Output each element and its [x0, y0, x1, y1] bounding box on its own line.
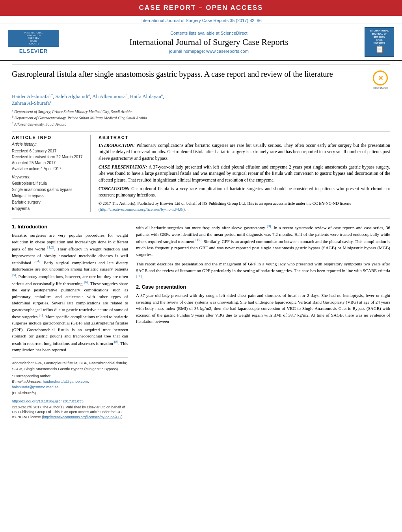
ref-8: [8] — [114, 340, 119, 344]
author-1: Haider Al-shurafa — [12, 93, 49, 99]
ref-6: [6] — [84, 280, 88, 284]
keyword-4: Bariatric surgery — [12, 199, 85, 206]
history-label: Article history: — [12, 142, 85, 146]
journal-reference: International Journal of Surgery Case Re… — [0, 16, 402, 24]
email-1[interactable]: haidershurafa@yahoo.com — [43, 379, 88, 384]
author-4-sup: a — [161, 93, 163, 97]
article-title: Gastropleural fistula after single anast… — [12, 69, 370, 79]
corr-star: * — [12, 374, 13, 378]
author-3: Ali Albenmousa — [92, 93, 126, 99]
journal-logo-right: INTERNATIONALJOURNAL OFSURGERYCASEREPORT… — [359, 27, 394, 57]
corresponding-line: * Corresponding author. — [12, 373, 128, 379]
keywords-label: Keywords: — [12, 175, 85, 179]
section2-number: 2. — [136, 284, 141, 290]
author-2-sup: a — [88, 93, 90, 97]
section1-heading: Introduction — [17, 224, 47, 230]
article-body: Gastropleural fistula after single anast… — [0, 61, 402, 428]
section2-heading: Case presentation — [141, 284, 186, 290]
abstract-heading: ABSTRACT — [99, 135, 390, 140]
abstract-text: INTRODUCTION: Pulmonary complications af… — [99, 142, 390, 198]
section2-title: 2. Case presentation — [136, 284, 390, 290]
main-right-column: with all bariatric surgeries but more fr… — [136, 224, 390, 419]
journal-header: INTERNATIONALJOURNAL OFSURGERYCASEREPORT… — [0, 24, 402, 61]
abstract-column: ABSTRACT INTRODUCTION: Pulmonary complic… — [99, 135, 390, 213]
abbreviation-line: Abbreviation: GPF, Gastropleural fistula… — [12, 360, 128, 372]
author-1-sup: a,* — [49, 93, 53, 97]
keyword-5: Empyema — [12, 206, 85, 212]
abstract-case: CASE PRESENTATION: A 37-year-old lady pr… — [99, 164, 390, 184]
section1-para1: Bariatric surgeries are very popular pro… — [12, 232, 128, 353]
keyword-1: Gastropleural fistula — [12, 180, 85, 187]
affil-b: b Department of Gastroenterology, Prince… — [12, 115, 390, 121]
elsevier-logo: INTERNATIONALJOURNAL OFSURGERYCASEREPORT… — [8, 30, 59, 54]
ref-11: [11] — [136, 274, 142, 278]
contents-prefix: Contents lists available at — [170, 31, 221, 35]
intro-body: Pulmonary complications after bariatric … — [99, 143, 390, 161]
keyword-2: Single anastomosis gastric bypass — [12, 187, 85, 193]
footer-copy-link[interactable]: http://creativecommons.org/licenses/by-n… — [43, 415, 121, 419]
keyword-3: Minigastric bypass — [12, 193, 85, 199]
journal-right-icon: INTERNATIONALJOURNAL OFSURGERYCASEREPORT… — [365, 27, 394, 57]
doi-link[interactable]: http://dx.doi.org/10.1016/j.ijscr.2017.0… — [12, 399, 128, 403]
ref-1-2: [1,2] — [47, 245, 54, 249]
section1-number: 1. — [12, 224, 17, 230]
homepage-line: journal homepage: www.casereports.com — [59, 49, 359, 54]
main-left-column: 1. Introduction Bariatric surgeries are … — [12, 224, 128, 419]
email-owner: (H. Al-shurafa). — [12, 390, 128, 396]
author-3-sup: b — [126, 93, 128, 97]
info-abstract-section: ARTICLE INFO Article history: Received 6… — [12, 132, 390, 213]
ref-10: [10] — [195, 238, 201, 242]
ref-5: [5] — [12, 273, 16, 277]
main-content: 1. Introduction Bariatric surgeries are … — [12, 219, 390, 419]
footnotes: Abbreviation: GPF, Gastropleural fistula… — [12, 358, 128, 396]
case-label: CASE PRESENTATION: — [99, 165, 149, 169]
crossmark-icon: ✕ — [373, 70, 388, 85]
article-info-heading: ARTICLE INFO — [12, 135, 85, 140]
icon-lines: INTERNATIONALJOURNAL OFSURGERYCASEREPORT… — [10, 32, 57, 46]
contents-line: Contents lists available at ScienceDirec… — [59, 31, 359, 35]
section2-para1: A 37-year-old lady presented with dry co… — [136, 292, 390, 325]
crossmark-container: ✕ CrossMark — [370, 70, 390, 90]
section1-right-para1: with all bariatric surgeries but more fr… — [136, 224, 390, 258]
abstract-intro: INTRODUCTION: Pulmonary complications af… — [99, 142, 390, 162]
copyright-link[interactable]: http://creativecommons.org/licenses/by-n… — [100, 207, 184, 211]
affiliations: a Department of Surgery, Prince Sultan M… — [12, 108, 390, 128]
ref-3-4: [3,4] — [34, 259, 40, 263]
abstract-copyright: © 2017 The Author(s). Published by Elsev… — [99, 200, 390, 212]
article-info-column: ARTICLE INFO Article history: Received 6… — [12, 135, 91, 213]
affil-a: a Department of Surgery, Prince Sultan M… — [12, 108, 390, 115]
keywords-list: Gastropleural fistula Single anastomosis… — [12, 180, 85, 212]
abbrev-label: Abbreviation: — [12, 361, 34, 365]
email-2[interactable]: halshurafa@psmmc.med.sa — [12, 385, 58, 389]
history-revised: Received in revised form 22 March 2017 — [12, 154, 85, 160]
history-accepted: Accepted 25 March 2017 — [12, 160, 85, 166]
history-online: Available online 4 April 2017 — [12, 166, 85, 172]
ref-9: [9] — [267, 224, 271, 228]
affil-c: c Alfaisal University, Saudi Arabia — [12, 121, 390, 127]
email-label: E-mail addresses: — [12, 379, 42, 384]
email-line: E-mail addresses: haidershurafa@yahoo.co… — [12, 379, 128, 390]
homepage-prefix: journal homepage: — [169, 49, 206, 54]
homepage-link[interactable]: www.casereports.com — [206, 49, 249, 54]
footer-copyright: 2210-2612/© 2017 The Author(s). Publishe… — [12, 405, 128, 420]
abstract-conclusion: CONCLUSION: Gastropleural fistula is a v… — [99, 185, 390, 198]
author-5-sup: c — [50, 100, 51, 104]
conclusion-body: Gastropleural fistula is a very rare com… — [99, 186, 390, 198]
footer-copy-close: ). — [121, 415, 124, 419]
corr-text: Corresponding author. — [14, 374, 51, 378]
elsevier-text: ELSEVIER — [8, 48, 59, 54]
journal-icon-box: INTERNATIONALJOURNAL OFSURGERYCASEREPORT… — [8, 30, 59, 47]
history-received: Received 6 January 2017 — [12, 148, 85, 154]
authors-line: Haider Al-shurafaa,*, Saleh Alghamdia, A… — [12, 93, 390, 107]
ref-7: [7] — [39, 313, 43, 317]
section1-title: 1. Introduction — [12, 224, 128, 230]
author-2: Saleh Alghamdi — [56, 93, 88, 99]
section1-right-para2: This report describes the presentation a… — [136, 261, 390, 281]
intro-label: INTRODUCTION: — [99, 143, 136, 148]
author-5: Zahraa Al-Shurafa — [12, 100, 50, 106]
sciencedirect-link[interactable]: ScienceDirect — [221, 31, 248, 35]
journal-title: International Journal of Surgery Case Re… — [59, 37, 359, 47]
case-report-banner: CASE REPORT – OPEN ACCESS — [0, 0, 402, 16]
author-4: Haifa Alolayan — [130, 93, 161, 99]
copyright-close: ). — [183, 207, 186, 211]
